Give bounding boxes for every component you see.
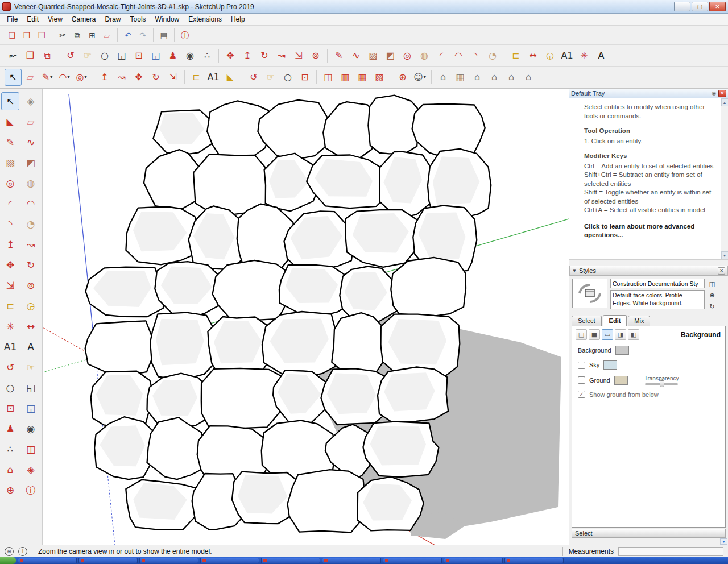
tab-select[interactable]: Select: [572, 316, 602, 326]
menu-item-draw[interactable]: Draw: [101, 14, 126, 24]
scale-tool[interactable]: ⇲: [1, 276, 19, 295]
model-info-tool[interactable]: ⓘ: [22, 481, 40, 499]
zoom-window-button[interactable]: ◱: [113, 47, 130, 64]
move-tool-button[interactable]: ✥: [130, 69, 147, 86]
pan-tool-button[interactable]: ☞: [262, 69, 279, 86]
line-button[interactable]: ✎: [330, 47, 348, 64]
paint-bucket-tool[interactable]: ◣: [1, 113, 19, 131]
add-location-button[interactable]: ⊕: [394, 69, 411, 86]
arc-tool-menu[interactable]: ◠▾: [56, 69, 73, 86]
undo-button[interactable]: ↶: [121, 28, 135, 43]
ground-swatch[interactable]: [614, 376, 628, 385]
measurements-field[interactable]: [618, 547, 723, 556]
zoom-button[interactable]: ○: [96, 47, 113, 64]
paste-button[interactable]: ⊞: [85, 28, 100, 43]
styles-panel-header[interactable]: ▼ Styles ✕: [569, 266, 728, 276]
menu-item-view[interactable]: View: [43, 14, 67, 24]
view-top-button[interactable]: ▦: [452, 69, 469, 86]
new-model-button[interactable]: ❏: [5, 28, 19, 43]
close-button[interactable]: ✕: [709, 2, 726, 11]
walk-tool[interactable]: ∴: [1, 440, 19, 458]
rotate-tool-button[interactable]: ↻: [147, 69, 164, 86]
polygon-tool[interactable]: ◍: [22, 174, 40, 192]
menu-item-edit[interactable]: Edit: [22, 14, 43, 24]
axes-button[interactable]: ✳: [576, 47, 593, 64]
view-left-button[interactable]: ⌂: [520, 69, 537, 86]
orbit-tool[interactable]: ↺: [1, 358, 19, 376]
model-info-button[interactable]: ⓘ: [177, 28, 192, 43]
scroll-down-icon[interactable]: ▼: [721, 251, 728, 259]
freehand-button[interactable]: ∿: [348, 47, 365, 64]
select-tool-button[interactable]: ↖: [5, 69, 22, 86]
pan-button[interactable]: ☞: [79, 47, 96, 64]
zoom-tool-button[interactable]: ○: [279, 69, 296, 86]
follow-me-tool-button[interactable]: ↝: [113, 69, 130, 86]
section-fill-button[interactable]: ▧: [371, 69, 388, 86]
two-point-arc-button[interactable]: ◠: [450, 47, 467, 64]
dimensions-button[interactable]: ↔: [524, 47, 541, 64]
push-pull-tool-button[interactable]: ↥: [96, 69, 113, 86]
look-around-button[interactable]: ◉: [181, 47, 198, 64]
dimensions-tool[interactable]: ↔: [22, 317, 40, 335]
dropdown-arrow-icon[interactable]: ▾: [50, 74, 52, 80]
position-camera-button[interactable]: ♟: [164, 47, 181, 64]
3d-text-tool[interactable]: A: [22, 338, 40, 356]
tape-measure-tool-button[interactable]: ⊏: [188, 69, 205, 86]
sky-checkbox[interactable]: [578, 362, 585, 369]
taskbar-app-button[interactable]: [383, 558, 442, 563]
move-tool[interactable]: ✥: [1, 256, 19, 274]
text-tool[interactable]: A1: [1, 338, 19, 356]
slider-thumb[interactable]: [660, 380, 664, 387]
three-point-arc-button[interactable]: ◝: [467, 47, 484, 64]
model-viewport[interactable]: [43, 89, 569, 545]
zoom-extents-button[interactable]: ⊡: [130, 47, 147, 64]
polygon-button[interactable]: ◍: [416, 47, 433, 64]
menu-item-camera[interactable]: Camera: [67, 14, 101, 24]
rotate-button[interactable]: ↻: [256, 47, 273, 64]
section-plane-tool[interactable]: ◫: [22, 440, 40, 458]
cut-button[interactable]: ✂: [55, 28, 70, 43]
update-style-icon[interactable]: ↻: [708, 302, 717, 311]
dropdown-arrow-icon[interactable]: ▾: [67, 74, 69, 80]
create-style-icon[interactable]: ⊕: [708, 291, 717, 300]
taskbar-app-button[interactable]: [78, 558, 138, 563]
three-point-arc-tool[interactable]: ◝: [1, 215, 19, 233]
rotate-tool[interactable]: ↻: [22, 256, 40, 274]
user-account-menu[interactable]: ☺▾: [411, 69, 428, 86]
menu-item-tools[interactable]: Tools: [126, 14, 151, 24]
zoom-tool[interactable]: ○: [1, 379, 19, 397]
dropdown-arrow-icon[interactable]: ▾: [84, 74, 86, 80]
info-status-icon[interactable]: i: [18, 547, 27, 556]
circle-button[interactable]: ◎: [399, 47, 416, 64]
instructor-scrollbar[interactable]: ▲ ▼: [721, 98, 728, 259]
tray-close-icon[interactable]: ✕: [718, 90, 726, 97]
zoom-extents-tool[interactable]: ⊡: [1, 399, 19, 417]
protractor-tool[interactable]: ◶: [22, 297, 40, 315]
rectangle-tool[interactable]: ▨: [1, 154, 19, 172]
scale-tool-button[interactable]: ⇲: [164, 69, 181, 86]
arc-tool[interactable]: ◜: [1, 194, 19, 213]
eraser-tool-button[interactable]: ▱: [22, 69, 39, 86]
arc-button[interactable]: ◜: [433, 47, 450, 64]
erase-button[interactable]: ▱: [100, 28, 114, 43]
collapse-icon[interactable]: ▼: [572, 268, 577, 273]
protractor-button[interactable]: ◶: [541, 47, 559, 64]
line-tool-menu[interactable]: ✎▾: [39, 69, 56, 86]
background-settings-icon[interactable]: ▭: [602, 329, 613, 340]
menu-item-help[interactable]: Help: [226, 14, 250, 24]
view-front-button[interactable]: ⌂: [469, 69, 486, 86]
print-button[interactable]: ▤: [156, 28, 171, 43]
paint-bucket-tool-button[interactable]: ◣: [222, 69, 239, 86]
zoom-previous-tool[interactable]: ◲: [22, 399, 40, 417]
rectangle-button[interactable]: ▨: [365, 47, 382, 64]
display-section-planes-button[interactable]: ▥: [337, 69, 354, 86]
look-around-tool[interactable]: ◉: [22, 420, 40, 438]
taskbar-app-button[interactable]: [504, 558, 564, 563]
geolocation-status-icon[interactable]: ⊕: [5, 547, 14, 556]
extension-warehouse-tool[interactable]: ◈: [22, 461, 40, 479]
ground-checkbox[interactable]: [578, 376, 585, 384]
section-plane-button[interactable]: ◫: [320, 69, 337, 86]
offset-button[interactable]: ⊚: [307, 47, 324, 64]
background-swatch[interactable]: [615, 346, 629, 355]
line-tool[interactable]: ✎: [1, 133, 19, 151]
